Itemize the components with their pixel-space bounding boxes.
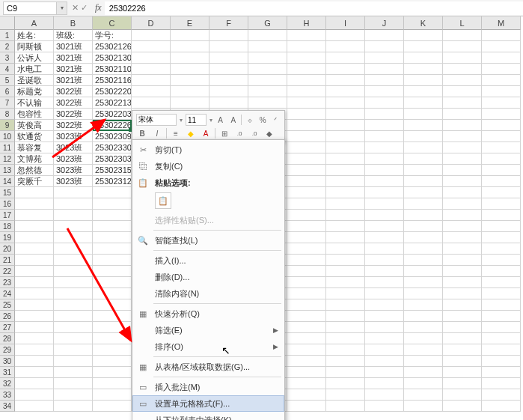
cell[interactable] bbox=[171, 75, 209, 86]
column-header[interactable]: K bbox=[404, 16, 443, 30]
cell[interactable] bbox=[443, 30, 482, 41]
cell[interactable]: 3023班 bbox=[54, 176, 93, 187]
column-header[interactable]: L bbox=[443, 16, 482, 30]
cell[interactable] bbox=[326, 266, 365, 277]
cell[interactable]: 姓名: bbox=[15, 30, 54, 41]
cell[interactable] bbox=[15, 243, 54, 255]
cell[interactable] bbox=[404, 333, 443, 344]
cell[interactable] bbox=[365, 356, 404, 367]
column-header[interactable]: D bbox=[132, 16, 171, 30]
cell[interactable]: 标题党 bbox=[15, 86, 54, 97]
menu-smart-lookup[interactable]: 🔍 智能查找(L) bbox=[132, 232, 284, 249]
size-dropdown-icon[interactable]: ▾ bbox=[209, 117, 212, 124]
cell[interactable] bbox=[248, 41, 287, 52]
cell[interactable] bbox=[443, 165, 482, 176]
cell[interactable] bbox=[482, 356, 521, 367]
cell[interactable] bbox=[93, 198, 132, 210]
cell[interactable] bbox=[404, 401, 443, 412]
cell[interactable]: 忽然德 bbox=[15, 165, 54, 176]
cell[interactable] bbox=[443, 153, 482, 165]
cell[interactable] bbox=[15, 255, 54, 266]
cell[interactable] bbox=[365, 142, 404, 153]
cell[interactable] bbox=[365, 221, 404, 232]
row-header[interactable]: 28 bbox=[0, 333, 15, 344]
cell[interactable] bbox=[443, 187, 482, 198]
cell[interactable] bbox=[404, 311, 443, 322]
column-header[interactable]: M bbox=[482, 16, 521, 30]
cell[interactable] bbox=[287, 344, 326, 356]
cell[interactable] bbox=[171, 52, 209, 64]
cell[interactable]: 3023班 bbox=[54, 142, 93, 153]
cell[interactable] bbox=[93, 389, 132, 401]
cell[interactable] bbox=[443, 131, 482, 142]
cell[interactable] bbox=[287, 142, 326, 153]
row-header[interactable]: 32 bbox=[0, 378, 15, 389]
menu-filter[interactable]: 筛选(E) ▶ bbox=[132, 322, 284, 338]
cell[interactable] bbox=[404, 322, 443, 333]
cell[interactable] bbox=[326, 52, 365, 64]
cell[interactable] bbox=[326, 176, 365, 187]
font-color-icon[interactable]: A bbox=[200, 127, 212, 139]
cell[interactable]: 3023班 bbox=[54, 131, 93, 142]
cell[interactable] bbox=[482, 153, 521, 165]
cell[interactable]: 公诉人 bbox=[15, 52, 54, 64]
cell[interactable] bbox=[365, 277, 404, 288]
cell[interactable] bbox=[248, 64, 287, 75]
cell[interactable] bbox=[482, 299, 521, 311]
cell[interactable] bbox=[171, 64, 209, 75]
cell[interactable] bbox=[443, 52, 482, 64]
cell[interactable] bbox=[365, 153, 404, 165]
cell[interactable] bbox=[209, 97, 248, 109]
cell[interactable] bbox=[15, 187, 54, 198]
cell[interactable]: 25302203 bbox=[93, 109, 132, 120]
cell[interactable] bbox=[248, 30, 287, 41]
cell[interactable]: 3023班 bbox=[54, 153, 93, 165]
cell[interactable] bbox=[443, 299, 482, 311]
cell[interactable] bbox=[287, 75, 326, 86]
cell[interactable] bbox=[404, 86, 443, 97]
cell[interactable] bbox=[287, 153, 326, 165]
cell[interactable] bbox=[443, 311, 482, 322]
cell[interactable] bbox=[365, 131, 404, 142]
cell[interactable] bbox=[404, 52, 443, 64]
cell[interactable] bbox=[248, 52, 287, 64]
decrease-decimal-icon[interactable]: .0 bbox=[248, 127, 260, 139]
cell[interactable]: 3021班 bbox=[54, 52, 93, 64]
menu-pick-from-list[interactable]: 从下拉列表中选择(K)... bbox=[132, 412, 284, 420]
row-header[interactable]: 4 bbox=[0, 64, 15, 75]
cell[interactable] bbox=[482, 288, 521, 299]
cell[interactable] bbox=[326, 41, 365, 52]
cell[interactable] bbox=[443, 322, 482, 333]
cell[interactable] bbox=[443, 75, 482, 86]
cell[interactable] bbox=[287, 165, 326, 176]
row-header[interactable]: 5 bbox=[0, 75, 15, 86]
cell[interactable] bbox=[365, 378, 404, 389]
cell[interactable] bbox=[287, 52, 326, 64]
cell[interactable] bbox=[287, 198, 326, 210]
cell[interactable] bbox=[287, 367, 326, 378]
row-header[interactable]: 7 bbox=[0, 97, 15, 109]
cell[interactable] bbox=[482, 389, 521, 401]
cell[interactable] bbox=[482, 52, 521, 64]
cell[interactable]: 25302220 bbox=[93, 86, 132, 97]
cell[interactable] bbox=[482, 75, 521, 86]
cell[interactable] bbox=[326, 86, 365, 97]
cell[interactable] bbox=[404, 187, 443, 198]
cell[interactable] bbox=[132, 64, 171, 75]
cell[interactable] bbox=[93, 378, 132, 389]
cell[interactable] bbox=[404, 97, 443, 109]
cell[interactable] bbox=[287, 243, 326, 255]
row-header[interactable]: 13 bbox=[0, 165, 15, 176]
row-header[interactable]: 14 bbox=[0, 176, 15, 187]
cell[interactable]: 25302126 bbox=[93, 41, 132, 52]
cell[interactable] bbox=[443, 288, 482, 299]
cell[interactable] bbox=[15, 367, 54, 378]
italic-icon[interactable]: I bbox=[151, 127, 163, 139]
cell[interactable] bbox=[482, 243, 521, 255]
cell[interactable] bbox=[482, 210, 521, 221]
cell[interactable] bbox=[365, 64, 404, 75]
font-dropdown-icon[interactable]: ▾ bbox=[180, 117, 183, 124]
percent-icon[interactable]: % bbox=[258, 114, 268, 126]
cell[interactable] bbox=[326, 187, 365, 198]
menu-cut[interactable]: ✂ 剪切(T) bbox=[132, 141, 284, 158]
